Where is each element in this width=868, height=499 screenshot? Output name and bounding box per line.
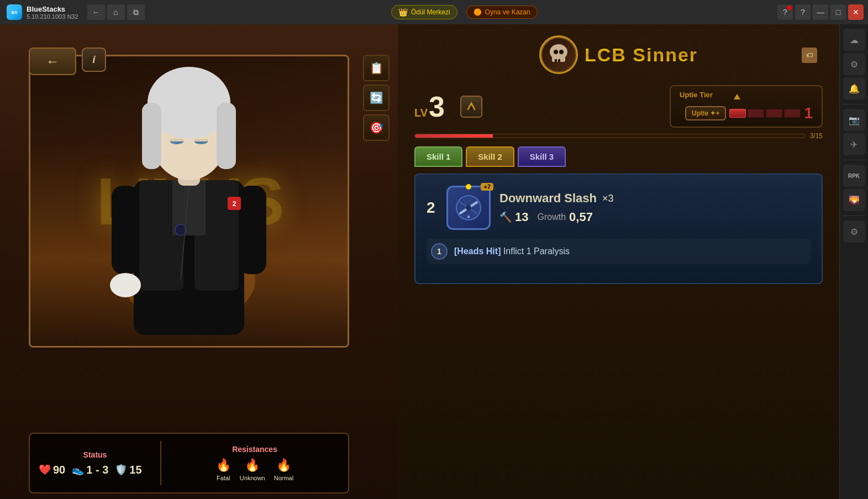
right-panel-inner: LCB Sinner 🏷 LV 3 — [409, 35, 828, 488]
uptie-box: Uptie Tier Uptie ✦+ — [670, 85, 823, 128]
svg-point-7 — [110, 273, 141, 297]
fatal-icon: 🔥 — [216, 458, 231, 472]
app-title: BlueStacks — [27, 5, 78, 13]
skill-row: 2 +7 — [427, 186, 811, 230]
sidebar-rpk-icon[interactable]: RPK — [843, 165, 865, 187]
nav-home-button[interactable]: ⌂ — [107, 4, 125, 20]
app-version: 5.10.210.1003 N32 — [27, 13, 78, 20]
sinner-portrait-inner — [542, 38, 575, 71]
normal-resist: 🔥 Normal — [274, 458, 293, 481]
reward-center-button[interactable]: 👑 Ödül Merkezi — [391, 5, 457, 19]
maximize-button[interactable]: □ — [830, 4, 846, 20]
uptie-bar-3 — [766, 109, 782, 118]
info-button[interactable]: i — [82, 48, 106, 72]
hp-stat: ❤️ 90 — [39, 464, 65, 476]
character-frame: LINUS — [29, 55, 349, 348]
help-button[interactable]: ? — [795, 4, 811, 20]
level-display: LV 3 — [414, 92, 445, 121]
sidebar-gear-icon[interactable]: ⚙ — [843, 220, 865, 243]
effect-number: 1 — [431, 243, 448, 260]
sidebar-settings-icon[interactable]: ⚙ — [843, 53, 865, 75]
growth-item: Growth 0,57 — [537, 210, 592, 224]
rotate-button[interactable]: 🔄 — [363, 85, 390, 111]
boot-icon: 👟 — [72, 464, 84, 476]
shield-icon: 🛡️ — [115, 464, 127, 476]
unknown-label: Unknown — [240, 475, 265, 481]
sinner-header: LCB Sinner 🏷 — [409, 35, 828, 74]
svg-rect-26 — [558, 59, 560, 62]
crown-icon: 👑 — [398, 8, 408, 17]
close-button[interactable]: ✕ — [848, 4, 864, 20]
status-bar: Status ❤️ 90 👟 1 - 3 🛡️ 15 — [29, 433, 349, 493]
svg-marker-29 — [734, 94, 740, 99]
normal-icon: 🔥 — [276, 458, 291, 472]
sidebar-notification-icon[interactable]: 🔔 — [843, 77, 865, 99]
right-panel: LCB Sinner 🏷 LV 3 — [398, 24, 839, 499]
speed-stat: 👟 1 - 3 — [72, 464, 108, 476]
svg-rect-6 — [239, 186, 266, 274]
skill-icon-box: +7 — [446, 186, 491, 230]
fatal-resist: 🔥 Fatal — [216, 458, 231, 481]
effect-text: [Heads Hit] Inflict 1 Paralysis — [454, 246, 570, 256]
character-portrait: 2 — [30, 56, 348, 346]
uptie-button[interactable]: Uptie ✦+ — [685, 106, 726, 120]
svg-point-33 — [466, 205, 471, 211]
sidebar-divider-3 — [843, 216, 865, 216]
sinner-title: LCB Sinner — [585, 44, 698, 66]
game-area: ← i LINUS — [0, 24, 839, 499]
notifications-button[interactable]: ? — [777, 4, 793, 20]
defense-stat: 🛡️ 15 — [115, 464, 141, 476]
minimize-button[interactable]: — — [813, 4, 828, 20]
skill3-tab[interactable]: Skill 3 — [518, 146, 566, 167]
action-buttons: 📋 🔄 🎯 — [363, 55, 390, 141]
effect-description: Inflict 1 Paralysis — [503, 246, 570, 256]
sidebar-airplane-icon[interactable]: ✈ — [843, 133, 865, 155]
back-arrow-icon: ← — [46, 54, 59, 69]
level-number: 3 — [429, 92, 445, 121]
skill-times: ×3 — [602, 193, 614, 204]
skill-info: Downward Slash ×3 🔨 13 Growth 0,57 — [499, 191, 811, 224]
growth-value: 0,57 — [569, 210, 593, 224]
skill-content: 2 +7 — [414, 174, 823, 284]
svg-rect-5 — [112, 186, 139, 274]
svg-point-23 — [554, 50, 558, 54]
sinner-tag-icon: 🏷 — [802, 48, 817, 63]
uptie-progress: Uptie ✦+ 1 — [680, 104, 813, 122]
skill-tabs: Skill 1 Skill 2 Skill 3 — [409, 146, 828, 167]
skill-name: Downward Slash — [499, 191, 597, 206]
fatal-label: Fatal — [217, 475, 230, 481]
unknown-resist: 🔥 Unknown — [240, 458, 265, 481]
back-button[interactable]: ← — [29, 48, 76, 75]
title-bar: BS BlueStacks 5.10.210.1003 N32 ← ⌂ ⧉ 👑 … — [0, 0, 868, 24]
skill2-tab[interactable]: Skill 2 — [466, 146, 514, 167]
exp-bar-container: 3/15 — [414, 132, 823, 140]
resist-items: 🔥 Fatal 🔥 Unknown 🔥 Normal — [170, 458, 339, 481]
play-earn-button[interactable]: 🟠 Oyna ve Kazan — [466, 6, 538, 19]
resistances-section: Resistances 🔥 Fatal 🔥 Unknown 🔥 Normal — [161, 440, 348, 486]
uptie-bar-4 — [784, 109, 801, 118]
sidebar-divider-2 — [843, 160, 865, 160]
rank-button[interactable] — [460, 96, 482, 118]
uptie-number: 1 — [804, 104, 813, 122]
nav-tabs-button[interactable]: ⧉ — [127, 4, 145, 20]
svg-rect-15 — [170, 139, 183, 141]
svg-point-24 — [559, 50, 564, 54]
effect-heads-hit: [Heads Hit] — [454, 246, 501, 256]
status-section: Status ❤️ 90 👟 1 - 3 🛡️ 15 — [30, 444, 160, 483]
info-icon: i — [92, 54, 95, 66]
sidebar-photo-icon[interactable]: 🌄 — [843, 189, 865, 211]
effect-row: 1 [Heads Hit] Inflict 1 Paralysis — [427, 239, 811, 264]
skill1-tab[interactable]: Skill 1 — [414, 146, 462, 167]
exp-fill — [415, 134, 493, 138]
sidebar-camera-icon[interactable]: 📷 — [843, 109, 865, 131]
target-button[interactable]: 🎯 — [363, 114, 390, 141]
skill-name-row: Downward Slash ×3 — [499, 191, 811, 206]
status-title: Status — [39, 450, 151, 459]
notes-button[interactable]: 📋 — [363, 55, 390, 81]
skill-gold-dot — [466, 184, 471, 190]
nav-back-button[interactable]: ← — [87, 4, 105, 20]
orange-circle-icon: 🟠 — [474, 8, 482, 16]
sidebar-cloud-icon[interactable]: ☁ — [843, 29, 865, 51]
svg-rect-25 — [555, 59, 557, 62]
svg-rect-16 — [194, 139, 208, 141]
